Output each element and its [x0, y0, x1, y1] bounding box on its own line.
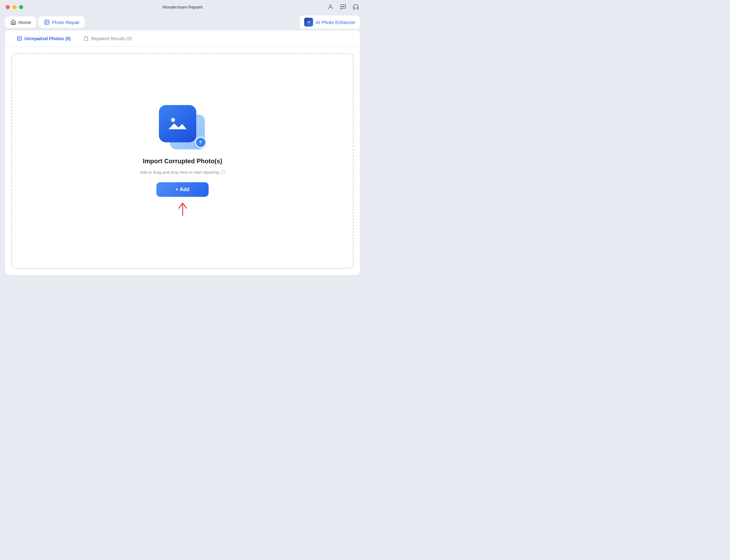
- title-actions: [327, 3, 359, 10]
- info-icon[interactable]: i: [221, 170, 225, 175]
- svg-point-7: [18, 37, 19, 38]
- tabs-bar: Unrepaired Photos (0) Repaired Results (…: [5, 30, 360, 47]
- main-content: Unrepaired Photos (0) Repaired Results (…: [5, 30, 360, 275]
- chat-icon[interactable]: [340, 3, 346, 10]
- add-button-label: + Add: [175, 187, 189, 192]
- maximize-button[interactable]: [19, 5, 23, 9]
- photo-repair-label: Photo Repair: [52, 20, 80, 25]
- unrepaired-tab-label: Unrepaired Photos (0): [24, 36, 71, 41]
- repaired-tab-label: Repaired Results (0): [91, 36, 132, 41]
- home-icon: [10, 19, 16, 25]
- plus-badge: +: [195, 137, 206, 148]
- photo-repair-icon: [44, 19, 50, 25]
- window-title: Wondershare Repairit: [162, 5, 202, 9]
- svg-point-1: [342, 6, 343, 7]
- headset-icon[interactable]: [352, 3, 359, 10]
- plus-inner-icon: +: [196, 138, 205, 147]
- home-button[interactable]: Home: [5, 16, 36, 28]
- drop-zone[interactable]: + Import Corrupted Photo(s) Add or drag …: [11, 53, 353, 269]
- tab-repaired[interactable]: Repaired Results (0): [78, 33, 137, 44]
- svg-point-2: [343, 6, 343, 7]
- svg-point-3: [344, 6, 344, 7]
- ai-enhancer-label: AI Photo Enhancer: [315, 20, 355, 25]
- import-title: Import Corrupted Photo(s): [143, 158, 222, 165]
- import-subtitle: Add or drag and drop here to start repai…: [140, 170, 225, 175]
- svg-point-8: [171, 118, 175, 122]
- ai-badge: AI: [304, 18, 313, 27]
- photo-icon-front: [159, 105, 196, 142]
- arrow-up-icon: [176, 201, 189, 217]
- close-button[interactable]: [6, 5, 10, 9]
- traffic-lights: [6, 5, 23, 9]
- photo-repair-button[interactable]: Photo Repair: [39, 16, 85, 28]
- unrepaired-tab-icon: [16, 36, 22, 41]
- minimize-button[interactable]: [12, 5, 16, 9]
- photo-import-icon: +: [159, 105, 206, 152]
- repaired-tab-icon: [83, 36, 89, 41]
- home-label: Home: [18, 20, 31, 25]
- tab-unrepaired[interactable]: Unrepaired Photos (0): [11, 33, 76, 44]
- arrow-indicator: [176, 201, 189, 217]
- title-bar: Wondershare Repairit: [0, 0, 365, 14]
- nav-right: AI AI Photo Enhancer: [300, 16, 360, 29]
- ai-enhancer-button[interactable]: AI AI Photo Enhancer: [300, 16, 360, 29]
- svg-point-5: [46, 21, 46, 22]
- svg-point-0: [329, 5, 332, 7]
- user-icon[interactable]: [327, 3, 334, 10]
- nav-bar: Home Photo Repair AI AI Photo Enhancer: [0, 14, 365, 30]
- add-button[interactable]: + Add: [156, 182, 208, 197]
